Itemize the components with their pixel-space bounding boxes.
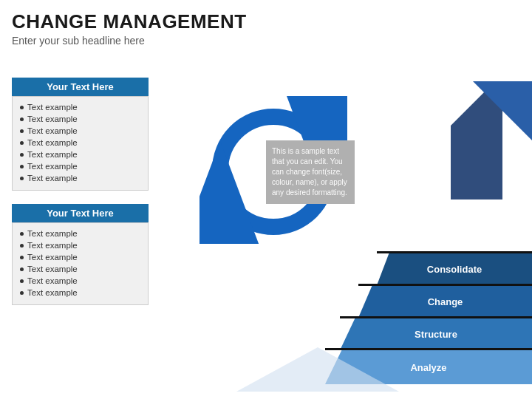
list-item: Text example xyxy=(20,113,140,125)
text-box-1-body: Text exampleText exampleText exampleText… xyxy=(12,96,149,191)
list-item: Text example xyxy=(20,239,140,251)
bullet-icon xyxy=(20,153,24,157)
sep-3 xyxy=(377,251,532,253)
list-item-text: Text example xyxy=(27,276,78,285)
sub-title: Enter your sub headline here xyxy=(12,35,520,47)
list-item: Text example xyxy=(20,137,140,149)
list-item-text: Text example xyxy=(27,138,78,147)
list-item: Text example xyxy=(20,172,140,184)
sample-note: This is a sample text that you can edit.… xyxy=(266,140,355,204)
bullet-icon xyxy=(20,267,24,271)
bullet-icon xyxy=(20,165,24,168)
header-section: CHANGE MANAGEMENT Enter your sub headlin… xyxy=(0,0,532,51)
layer-analyze-label: Analyze xyxy=(410,362,446,373)
bullet-icon xyxy=(20,256,24,259)
svg-marker-2 xyxy=(236,347,399,392)
text-box-2: Your Text Here Text exampleText exampleT… xyxy=(12,204,149,305)
list-item: Text example xyxy=(20,101,140,113)
list-item-text: Text example xyxy=(27,162,78,171)
big-arrow xyxy=(451,81,532,202)
text-box-2-header: Your Text Here xyxy=(12,204,149,222)
text-box-1: Your Text Here Text exampleText exampleT… xyxy=(12,78,149,191)
list-item-text: Text example xyxy=(27,265,78,273)
sep-2 xyxy=(358,284,532,286)
bullet-icon xyxy=(20,291,24,295)
layer-structure: Structure xyxy=(340,318,532,350)
pyramid-base-triangle xyxy=(236,347,399,392)
bullet-icon xyxy=(20,129,24,133)
list-item-text: Text example xyxy=(27,241,78,250)
text-box-2-body: Text exampleText exampleText exampleText… xyxy=(12,222,149,305)
list-item-text: Text example xyxy=(27,288,78,297)
layer-consolidate: Consolidate xyxy=(377,253,532,285)
list-item: Text example xyxy=(20,160,140,172)
bullet-icon xyxy=(20,244,24,248)
list-item-text: Text example xyxy=(27,253,78,262)
bullet-icon xyxy=(20,106,24,109)
layer-change: Change xyxy=(358,285,532,318)
bullet-icon xyxy=(20,117,24,121)
layer-change-label: Change xyxy=(428,296,463,307)
list-item: Text example xyxy=(20,251,140,263)
bullet-icon xyxy=(20,177,24,180)
bullet-icon xyxy=(20,141,24,145)
list-item: Text example xyxy=(20,275,140,287)
list-item: Text example xyxy=(20,228,140,239)
list-item-text: Text example xyxy=(27,103,78,112)
layer-consolidate-label: Consolidate xyxy=(427,264,482,275)
main-title: CHANGE MANAGEMENT xyxy=(12,10,520,33)
sep-1 xyxy=(340,316,532,318)
list-item-text: Text example xyxy=(27,126,78,135)
text-box-1-header: Your Text Here xyxy=(12,78,149,96)
list-item-text: Text example xyxy=(27,150,78,159)
list-item: Text example xyxy=(20,125,140,137)
bullet-icon xyxy=(20,232,24,236)
left-panel: Your Text Here Text exampleText exampleT… xyxy=(12,78,149,305)
right-panel: This is a sample text that you can edit.… xyxy=(177,74,532,392)
list-item-text: Text example xyxy=(27,174,78,183)
list-item: Text example xyxy=(20,149,140,160)
list-item-text: Text example xyxy=(27,229,78,238)
list-item: Text example xyxy=(20,287,140,299)
bullet-icon xyxy=(20,279,24,283)
list-item: Text example xyxy=(20,263,140,275)
pyramid-container: Consolidate Change Structure Analyze xyxy=(281,207,532,384)
list-item-text: Text example xyxy=(27,115,78,123)
big-arrow-svg xyxy=(451,81,532,200)
layer-structure-label: Structure xyxy=(415,329,457,340)
